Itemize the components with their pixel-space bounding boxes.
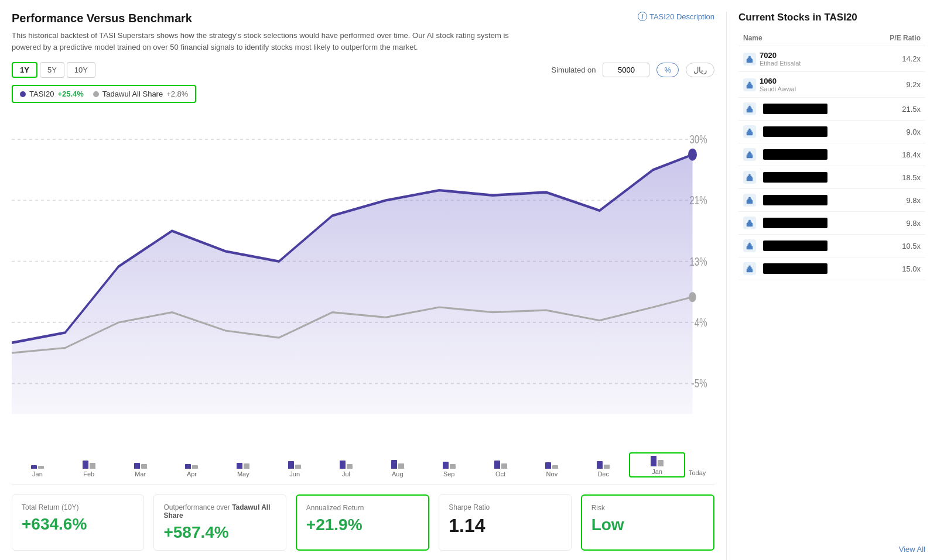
svg-text:-5%: -5% — [692, 377, 707, 390]
blurred-name — [763, 172, 827, 183]
table-row: 1060 Saudi Awwal 9.2x — [738, 72, 925, 98]
stat-risk-value: Low — [591, 516, 704, 534]
svg-rect-30 — [747, 200, 753, 204]
view-all-button[interactable]: View All — [899, 545, 925, 554]
svg-rect-41 — [748, 266, 751, 268]
stock-icon — [743, 171, 756, 184]
svg-text:4%: 4% — [695, 316, 707, 329]
svg-rect-17 — [748, 81, 751, 84]
table-row: 9.0x — [738, 121, 925, 143]
stat-outperformance: Outperformance over Tadawul All Share +5… — [153, 494, 286, 551]
btn-10y[interactable]: 10Y — [67, 62, 95, 78]
table-row: 15.0x — [738, 257, 925, 280]
svg-rect-23 — [748, 129, 751, 131]
btn-5y[interactable]: 5Y — [40, 62, 64, 78]
svg-point-11 — [689, 292, 696, 302]
blurred-name — [763, 149, 827, 160]
blurred-name — [763, 195, 827, 205]
legend-tasi: TASI20 +25.4% — [20, 90, 84, 98]
svg-rect-35 — [748, 220, 751, 222]
stock-icon — [743, 78, 756, 91]
stock-icon — [743, 217, 756, 229]
svg-rect-36 — [747, 246, 753, 249]
info-icon: i — [638, 12, 647, 21]
stat-sharpe-label: Sharpe Ratio — [449, 503, 561, 511]
btn-1y[interactable]: 1Y — [12, 62, 37, 78]
month-may: May — [217, 457, 269, 477]
rial-button[interactable]: ريال — [686, 63, 714, 77]
tasi-link-text: TASI20 Description — [649, 12, 714, 21]
svg-rect-29 — [748, 174, 751, 177]
month-dec: Dec — [577, 457, 629, 477]
month-aug: Aug — [372, 457, 423, 477]
tasi-label: TASI20 — [29, 90, 54, 98]
chart-svg: 30% 21% 13% 4% -5% — [12, 109, 714, 455]
tasi-dot — [20, 91, 26, 97]
blurred-name — [763, 241, 827, 251]
table-row: 21.5x — [738, 98, 925, 121]
simulated-label: Simulated on — [552, 66, 596, 74]
svg-rect-27 — [747, 177, 753, 181]
svg-rect-14 — [748, 56, 751, 58]
svg-point-10 — [688, 149, 697, 161]
svg-rect-26 — [748, 152, 751, 154]
tasi-description-link[interactable]: i TASI20 Description — [638, 12, 714, 21]
today-label: Today — [685, 469, 714, 477]
stock-icon — [743, 125, 756, 138]
description: This historical backtest of TASI Superst… — [12, 30, 539, 53]
month-feb: Feb — [63, 457, 115, 477]
stat-outperformance-value: +587.4% — [163, 523, 276, 542]
blurred-name — [763, 104, 827, 114]
month-mar: Mar — [115, 457, 166, 477]
col-pe-header: P/E Ratio — [869, 30, 925, 46]
month-jun: Jun — [269, 457, 320, 477]
svg-rect-32 — [748, 197, 751, 200]
table-row: 9.8x — [738, 212, 925, 235]
table-row: 7020 Etihad Etisalat 14.2x — [738, 46, 925, 72]
table-row: 18.5x — [738, 166, 925, 189]
svg-text:30%: 30% — [689, 133, 707, 146]
month-apr: Apr — [166, 457, 218, 477]
svg-rect-12 — [747, 59, 753, 63]
pct-button[interactable]: % — [656, 63, 679, 77]
simulated-input[interactable] — [603, 63, 649, 77]
month-jan-highlighted: Jan — [629, 452, 685, 477]
blurred-name — [763, 218, 827, 228]
col-name-header: Name — [738, 30, 869, 46]
stock-icon — [743, 194, 756, 207]
svg-rect-20 — [748, 106, 751, 108]
stat-risk: Risk Low — [581, 494, 714, 551]
table-row: 18.4x — [738, 143, 925, 166]
svg-rect-21 — [747, 132, 753, 135]
month-oct: Oct — [475, 457, 526, 477]
month-jul: Jul — [320, 457, 372, 477]
stat-outperformance-label: Outperformance over Tadawul All Share — [163, 503, 276, 520]
stock-icon — [743, 102, 756, 115]
benchmark-label: Tadawul All Share — [102, 90, 163, 98]
benchmark-dot — [93, 91, 99, 97]
table-row: 10.5x — [738, 235, 925, 257]
stat-sharpe-value: 1.14 — [449, 515, 561, 537]
stat-annualized-return: Annualized Return +21.9% — [296, 494, 429, 551]
stocks-list[interactable]: Name P/E Ratio 7020 — [738, 30, 925, 538]
svg-rect-38 — [748, 243, 751, 245]
svg-rect-39 — [747, 269, 753, 272]
month-nov: Nov — [526, 457, 577, 477]
stat-total-return-value: +634.6% — [22, 515, 134, 534]
page-title: Performance Versus Benchmark — [12, 12, 714, 25]
stock-icon — [743, 53, 756, 66]
stat-total-return: Total Return (10Y) +634.6% — [12, 494, 144, 551]
stock-icon — [743, 239, 756, 252]
view-all-row: View All — [738, 538, 925, 560]
stats-row: Total Return (10Y) +634.6% Outperformanc… — [12, 485, 714, 560]
right-panel-title: Current Stocks in TASI20 — [738, 12, 925, 23]
svg-rect-24 — [747, 154, 753, 158]
svg-rect-33 — [747, 223, 753, 226]
stat-sharpe-ratio: Sharpe Ratio 1.14 — [439, 494, 571, 551]
chart-legend: TASI20 +25.4% Tadawul All Share +2.8% — [12, 85, 196, 103]
blurred-name — [763, 126, 827, 137]
table-row: 9.8x — [738, 189, 925, 212]
blurred-name — [763, 263, 827, 274]
month-sep: Sep — [423, 457, 475, 477]
stocks-table: Name P/E Ratio 7020 — [738, 30, 925, 280]
